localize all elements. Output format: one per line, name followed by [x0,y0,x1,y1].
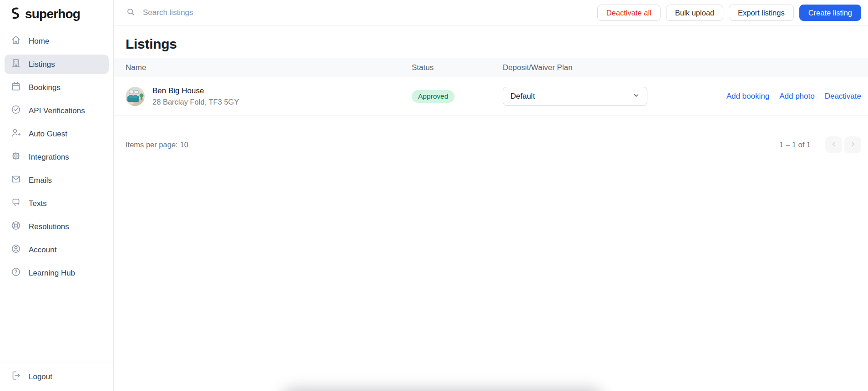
sidebar-item-bookings[interactable]: Bookings [5,78,109,97]
chevron-right-icon [849,140,857,150]
chevron-left-icon [830,140,838,150]
chevron-down-icon [632,91,641,102]
search-box [126,7,379,19]
user-plus-icon [10,127,21,140]
sidebar-item-account[interactable]: Account [5,240,109,260]
sidebar-item-resolutions[interactable]: Resolutions [5,217,109,236]
column-header-name: Name [126,63,412,72]
row-actions: Add booking Add photo Deactivate [727,92,861,101]
lifebuoy-icon [10,220,21,233]
sidebar-item-listings[interactable]: Listings [5,55,109,74]
sidebar-nav: Home Listings Bookings API Verifications… [0,29,113,286]
page-title: Listings [114,26,868,58]
sidebar-item-label: API Verifications [29,106,85,115]
logout-label: Logout [29,372,52,381]
deactivate-all-button[interactable]: Deactivate all [597,5,661,21]
search-icon [126,7,136,19]
main-content: Listings Name Status Deposit/Waiver Plan [114,26,868,391]
bulk-upload-button[interactable]: Bulk upload [666,5,723,21]
plan-cell: Default [503,87,727,106]
status-badge: Approved [412,90,454,103]
calendar-icon [10,81,21,94]
brand-name: superhog [25,7,80,21]
sidebar-item-api-verifications[interactable]: API Verifications [5,101,109,120]
status-cell: Approved [412,90,503,103]
add-booking-link[interactable]: Add booking [727,92,770,101]
listing-name: Ben Big House [152,86,239,95]
gear-icon [10,150,21,164]
add-photo-link[interactable]: Add photo [779,92,815,101]
column-header-plan: Deposit/Waiver Plan [503,63,861,72]
sidebar-footer: Logout [0,362,113,391]
sidebar-item-label: Listings [29,60,55,69]
sidebar-item-label: Learning Hub [29,269,75,278]
sidebar-item-emails[interactable]: Emails [5,170,109,190]
sidebar-item-integrations[interactable]: Integrations [5,147,109,167]
table-row: Ben Big House 28 Barclay Fold, TF3 5GY A… [114,77,868,116]
sidebar-item-label: Auto Guest [29,130,67,139]
deactivate-link[interactable]: Deactivate [825,92,861,101]
pagination-range: 1 – 1 of 1 [779,140,811,149]
table-header: Name Status Deposit/Waiver Plan [114,58,868,77]
sidebar-item-learning-hub[interactable]: Learning Hub [5,263,109,283]
sidebar-item-label: Bookings [29,83,61,92]
export-listings-button[interactable]: Export listings [729,5,794,21]
brand-logo: superhog [0,0,113,29]
next-page-button[interactable] [844,136,861,153]
deposit-plan-value: Default [510,92,535,101]
sidebar-item-auto-guest[interactable]: Auto Guest [5,124,109,144]
envelope-icon [10,174,21,187]
items-per-page-label: Items per page: [126,140,178,149]
items-per-page: Items per page: 10 [126,140,188,149]
listing-thumbnail [126,87,145,106]
building-icon [10,58,21,71]
items-per-page-value[interactable]: 10 [180,140,188,149]
sidebar-item-label: Resolutions [29,222,69,231]
superhog-bolt-icon [10,7,21,21]
sidebar: superhog Home Listings Bookings API Veri… [0,0,114,391]
sidebar-item-label: Account [29,246,56,255]
sidebar-item-label: Emails [29,176,52,185]
sidebar-item-texts[interactable]: Texts [5,194,109,213]
badge-check-icon [10,104,21,117]
sidebar-item-label: Texts [29,199,47,208]
app-window: superhog Home Listings Bookings API Veri… [0,0,868,391]
table-footer: Items per page: 10 1 – 1 of 1 [114,116,868,153]
sidebar-item-label: Integrations [29,153,69,162]
listing-info: Ben Big House 28 Barclay Fold, TF3 5GY [152,86,239,106]
topbar: Deactivate all Bulk upload Export listin… [114,0,868,26]
logout-icon [10,370,21,383]
user-circle-icon [10,243,21,256]
logout-button[interactable]: Logout [5,367,109,386]
chat-bubble-icon [10,197,21,210]
create-listing-button[interactable]: Create listing [799,5,861,21]
sidebar-item-label: Home [29,37,49,46]
sidebar-item-home[interactable]: Home [5,31,109,51]
previous-page-button[interactable] [825,136,842,153]
search-input[interactable] [143,8,379,17]
column-header-status: Status [412,63,503,72]
question-circle-icon [10,266,21,280]
listing-address: 28 Barclay Fold, TF3 5GY [152,98,239,106]
pager [825,136,861,153]
listing-cell: Ben Big House 28 Barclay Fold, TF3 5GY [126,86,412,106]
topbar-actions: Deactivate all Bulk upload Export listin… [597,5,861,21]
deposit-plan-select[interactable]: Default [503,87,647,106]
home-icon [10,35,21,48]
